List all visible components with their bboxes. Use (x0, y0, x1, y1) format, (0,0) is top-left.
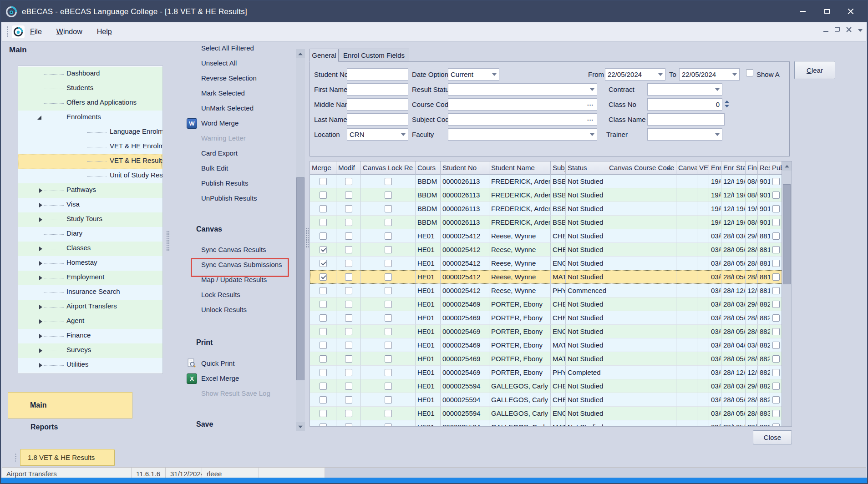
canvas-lock[interactable] (361, 229, 416, 243)
published[interactable] (770, 352, 782, 366)
published-checkbox[interactable] (772, 342, 780, 349)
table-row[interactable]: HE010000025594GALLEGOS, CarlyCHEMNot Stu… (310, 393, 782, 407)
canvas-lock[interactable] (361, 420, 416, 427)
table-row[interactable]: BBDM0000026113FREDERICK, ArdenBSBCNot St… (310, 188, 782, 202)
canvas-lock-checkbox[interactable] (385, 410, 392, 417)
canvas-lock-checkbox[interactable] (385, 178, 392, 185)
merge-checkbox[interactable] (320, 246, 327, 253)
table-row[interactable]: BBDM0000026113FREDERICK, ArdenBSBANot St… (310, 175, 782, 188)
sidebar-item-enrolments[interactable]: Enrolments (18, 111, 162, 125)
class-no-stepper[interactable]: 0 (647, 98, 722, 111)
action-mark-selected[interactable]: Mark Selected (201, 87, 245, 100)
actions-scrollbar-thumb[interactable] (296, 177, 305, 380)
modified-checkbox[interactable] (345, 369, 352, 376)
canvas-lock-checkbox[interactable] (385, 383, 392, 390)
modified[interactable] (336, 270, 361, 284)
modified[interactable] (336, 366, 361, 379)
column-header-enr[interactable]: Enr (709, 161, 721, 175)
sidebar-item-utilities[interactable]: Utilities (18, 358, 162, 373)
published[interactable] (770, 257, 782, 270)
sidebar-item-insurance-search[interactable]: Insurance Search (18, 285, 162, 300)
dropdown-arrow-icon[interactable] (492, 73, 497, 76)
published[interactable] (770, 338, 782, 352)
last-name-input[interactable] (347, 113, 408, 126)
to-date-select[interactable]: 22/05/2024 (679, 68, 740, 81)
canvas-lock[interactable] (361, 216, 416, 229)
published-checkbox[interactable] (772, 273, 780, 281)
merge-checkbox[interactable] (320, 355, 327, 363)
action-reverse-selection[interactable]: Reverse Selection (201, 72, 257, 85)
canvas-lock-checkbox[interactable] (385, 287, 392, 294)
published[interactable] (770, 379, 782, 393)
mdi-close-icon[interactable] (846, 27, 852, 32)
merge-checkbox[interactable] (320, 273, 327, 281)
published-checkbox[interactable] (772, 410, 780, 417)
modified-checkbox[interactable] (345, 219, 352, 226)
sidebar-item-pathways[interactable]: Pathways (18, 183, 162, 198)
canvas-lock-checkbox[interactable] (385, 314, 392, 322)
sidebar-item-unit-of-study-results[interactable]: Unit of Study Results (18, 169, 162, 183)
show-all-checkbox[interactable] (746, 69, 753, 76)
result-status-select[interactable] (448, 83, 597, 96)
dropdown-arrow-icon[interactable] (590, 133, 594, 136)
chevron-right-icon[interactable] (39, 188, 42, 193)
merge[interactable] (310, 257, 336, 270)
table-row[interactable]: HE010000025412Reese, WynneENGNot Studied… (310, 257, 782, 270)
published[interactable] (770, 393, 782, 407)
merge-checkbox[interactable] (320, 410, 327, 417)
modified[interactable] (336, 407, 361, 420)
grid-scroll-up-icon[interactable] (782, 161, 792, 171)
table-row[interactable]: HE010000025412Reese, WynneCHEMNot Studie… (310, 229, 782, 243)
modified[interactable] (336, 338, 361, 352)
published[interactable] (770, 216, 782, 229)
published-checkbox[interactable] (772, 192, 780, 199)
table-row[interactable]: HE010000025469PORTER, EbonyENGNot Studie… (310, 325, 782, 338)
published-checkbox[interactable] (772, 205, 780, 212)
modified[interactable] (336, 216, 361, 229)
canvas-lock[interactable] (361, 352, 416, 366)
action-word-merge[interactable]: Word MergeW (201, 117, 239, 130)
course-code-input[interactable]: ... (448, 98, 597, 111)
canvas-lock[interactable] (361, 188, 416, 202)
published[interactable] (770, 297, 782, 311)
column-header-status[interactable]: Status (566, 161, 607, 175)
canvas-lock-checkbox[interactable] (385, 246, 392, 253)
canvas-lock-checkbox[interactable] (385, 396, 392, 403)
modified[interactable] (336, 202, 361, 216)
table-row[interactable]: HE010000025594GALLEGOS, CarlyCHEMNot Stu… (310, 379, 782, 393)
merge-checkbox[interactable] (320, 424, 327, 427)
modified[interactable] (336, 243, 361, 257)
merge-checkbox[interactable] (320, 178, 327, 185)
merge[interactable] (310, 352, 336, 366)
modified[interactable] (336, 284, 361, 297)
merge[interactable] (310, 366, 336, 379)
toolbar-overflow-chevron-icon[interactable] (858, 29, 863, 32)
canvas-lock-checkbox[interactable] (385, 219, 392, 226)
canvas-lock[interactable] (361, 257, 416, 270)
chevron-right-icon[interactable] (39, 217, 42, 222)
modified[interactable] (336, 311, 361, 325)
merge[interactable] (310, 325, 336, 338)
merge-checkbox[interactable] (320, 314, 327, 322)
published-checkbox[interactable] (772, 314, 780, 322)
merge-checkbox[interactable] (320, 396, 327, 403)
merge-checkbox[interactable] (320, 383, 327, 390)
sidebar-item-students[interactable]: Students (18, 81, 162, 96)
column-header-pub[interactable]: Pub (770, 161, 782, 175)
column-header-student-name[interactable]: Student Name (489, 161, 551, 175)
published[interactable] (770, 270, 782, 284)
minimize-button[interactable] (792, 5, 812, 18)
ellipsis-lookup-icon[interactable]: ... (585, 100, 595, 109)
chevron-right-icon[interactable] (39, 305, 42, 309)
merge[interactable] (310, 284, 336, 297)
modified-checkbox[interactable] (345, 396, 352, 403)
merge-checkbox[interactable] (320, 219, 327, 226)
chevron-right-icon[interactable] (39, 348, 42, 353)
modified-checkbox[interactable] (345, 383, 352, 390)
action-card-export[interactable]: Card Export (201, 147, 238, 160)
merge-checkbox[interactable] (320, 287, 327, 294)
merge[interactable] (310, 188, 336, 202)
sidebar-item-homestay[interactable]: Homestay (18, 256, 162, 271)
merge[interactable] (310, 270, 336, 284)
canvas-lock[interactable] (361, 338, 416, 352)
